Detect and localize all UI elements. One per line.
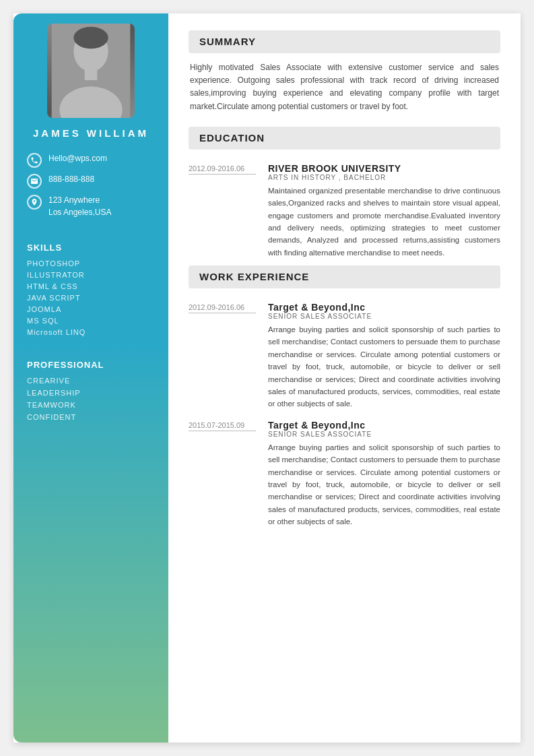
skills-list: PHOTOSHOPILLUSTRATORHTML & CSSJAVA SCRIP… <box>13 259 168 340</box>
phone-icon <box>27 153 42 168</box>
education-entries: 2012.09-2016.06 RIVER BROOK UNIVERSITY A… <box>189 163 500 259</box>
professional-item: CONFIDENT <box>27 413 155 421</box>
work-description: Arrange buying parties and solicit spons… <box>268 323 500 410</box>
work-role: SENIOR SALES ASSOCIATE <box>268 431 500 438</box>
professional-item: TEAMWORK <box>27 401 155 409</box>
work-company: Target & Beyond,Inc <box>268 302 500 313</box>
skill-item: ILLUSTRATOR <box>27 271 155 279</box>
skill-item: JOOMLA <box>27 305 155 313</box>
person-name: JAMES WILLIAM <box>26 127 156 139</box>
summary-header: SUMMARY <box>189 30 500 53</box>
table-row: 2015.07-2015.09 Target & Beyond,Inc SENI… <box>189 420 500 528</box>
work-company: Target & Beyond,Inc <box>268 420 500 431</box>
email-icon <box>27 174 42 189</box>
skill-item: MS SQL <box>27 317 155 325</box>
education-title: EDUCATION <box>199 132 265 144</box>
edu-description: Maintained organized presentable merchan… <box>268 185 500 259</box>
email-contact: Hello@wps.com <box>27 152 155 168</box>
skill-item: HTML & CSS <box>27 282 155 290</box>
edu-degree: ARTS IN HISTORY , BACHELOR <box>268 174 500 181</box>
work-date: 2012.09-2016.06 <box>189 302 256 313</box>
work-date: 2015.07-2015.09 <box>189 420 256 431</box>
work-title: WORK EXPERIENCE <box>199 271 309 282</box>
edu-date: 2012.09-2016.06 <box>189 163 256 175</box>
table-row: 2012.09-2016.06 Target & Beyond,Inc SENI… <box>189 302 500 410</box>
professional-list: CREARIVELEADERSHIPTEAMWORKCONFIDENT <box>13 377 168 425</box>
professional-item: CREARIVE <box>27 377 155 385</box>
skill-item: JAVA SCRIPT <box>27 294 155 302</box>
professional-item: LEADERSHIP <box>27 389 155 397</box>
email-text: Hello@wps.com <box>48 152 107 164</box>
table-row: 2012.09-2016.06 RIVER BROOK UNIVERSITY A… <box>189 163 500 259</box>
svg-rect-4 <box>85 67 98 80</box>
main-content: SUMMARY Highly motivated Sales Associate… <box>168 13 521 743</box>
edu-institution: RIVER BROOK UNIVERSITY <box>268 163 500 174</box>
location-icon <box>27 195 42 210</box>
svg-point-2 <box>73 27 108 49</box>
summary-text: Highly motivated Sales Associate with ex… <box>189 61 500 113</box>
address-contact: 123 Anywhere Los Angeles,USA <box>27 194 155 218</box>
work-header: WORK EXPERIENCE <box>189 265 500 288</box>
resume-container: JAMES WILLIAM Hello@wps.com 888-888-888 <box>13 13 521 743</box>
skill-item: Microsoft LINQ <box>27 328 155 336</box>
summary-title: SUMMARY <box>199 36 256 47</box>
skills-section-title: SKILLS <box>13 243 168 253</box>
education-header: EDUCATION <box>189 127 500 150</box>
skill-item: PHOTOSHOP <box>27 259 155 267</box>
profile-photo <box>47 24 135 118</box>
work-body: Target & Beyond,Inc SENIOR SALES ASSOCIA… <box>268 420 500 528</box>
phone-text: 888-888-888 <box>48 173 94 185</box>
work-entries: 2012.09-2016.06 Target & Beyond,Inc SENI… <box>189 302 500 528</box>
address-text: 123 Anywhere Los Angeles,USA <box>48 194 111 218</box>
sidebar: JAMES WILLIAM Hello@wps.com 888-888-888 <box>13 13 168 743</box>
professional-section-title: PROFESSIONAL <box>13 360 168 370</box>
phone-contact: 888-888-888 <box>27 173 155 189</box>
work-role: SENIOR SALES ASSOCIATE <box>268 313 500 320</box>
edu-body: RIVER BROOK UNIVERSITY ARTS IN HISTORY ,… <box>268 163 500 259</box>
contact-section: Hello@wps.com 888-888-888 123 Anywhere L… <box>13 152 168 224</box>
work-body: Target & Beyond,Inc SENIOR SALES ASSOCIA… <box>268 302 500 410</box>
work-description: Arrange buying parties and solicit spons… <box>268 441 500 528</box>
